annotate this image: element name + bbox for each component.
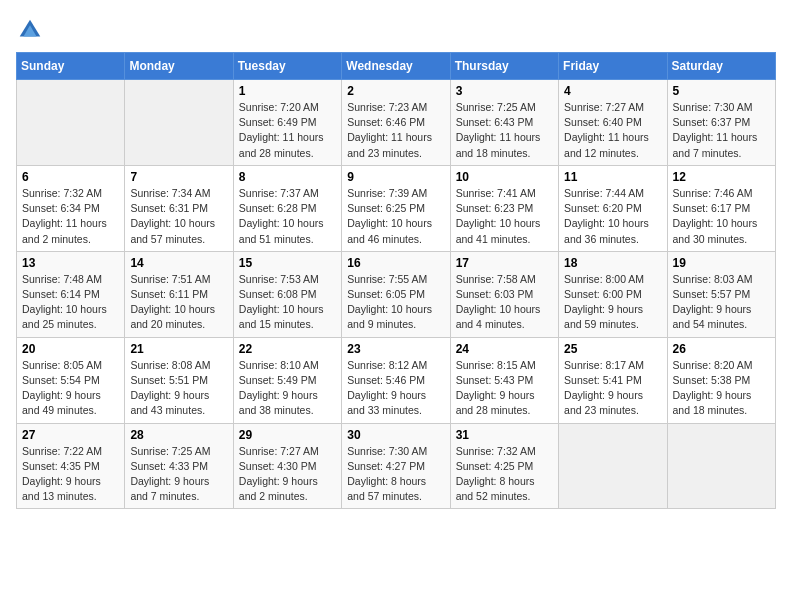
calendar-cell: 8Sunrise: 7:37 AM Sunset: 6:28 PM Daylig… xyxy=(233,165,341,251)
day-number: 16 xyxy=(347,256,444,270)
day-number: 11 xyxy=(564,170,661,184)
day-detail: Sunrise: 8:17 AM Sunset: 5:41 PM Dayligh… xyxy=(564,358,661,419)
day-number: 22 xyxy=(239,342,336,356)
day-number: 15 xyxy=(239,256,336,270)
day-detail: Sunrise: 7:27 AM Sunset: 6:40 PM Dayligh… xyxy=(564,100,661,161)
calendar-cell: 6Sunrise: 7:32 AM Sunset: 6:34 PM Daylig… xyxy=(17,165,125,251)
day-detail: Sunrise: 8:12 AM Sunset: 5:46 PM Dayligh… xyxy=(347,358,444,419)
day-detail: Sunrise: 7:34 AM Sunset: 6:31 PM Dayligh… xyxy=(130,186,227,247)
calendar-cell: 26Sunrise: 8:20 AM Sunset: 5:38 PM Dayli… xyxy=(667,337,775,423)
day-detail: Sunrise: 7:22 AM Sunset: 4:35 PM Dayligh… xyxy=(22,444,119,505)
day-number: 8 xyxy=(239,170,336,184)
day-number: 1 xyxy=(239,84,336,98)
day-number: 28 xyxy=(130,428,227,442)
day-detail: Sunrise: 7:53 AM Sunset: 6:08 PM Dayligh… xyxy=(239,272,336,333)
calendar-cell: 21Sunrise: 8:08 AM Sunset: 5:51 PM Dayli… xyxy=(125,337,233,423)
calendar-cell: 4Sunrise: 7:27 AM Sunset: 6:40 PM Daylig… xyxy=(559,80,667,166)
weekday-header-wednesday: Wednesday xyxy=(342,53,450,80)
day-detail: Sunrise: 8:05 AM Sunset: 5:54 PM Dayligh… xyxy=(22,358,119,419)
day-number: 17 xyxy=(456,256,553,270)
day-number: 24 xyxy=(456,342,553,356)
day-detail: Sunrise: 7:25 AM Sunset: 6:43 PM Dayligh… xyxy=(456,100,553,161)
day-detail: Sunrise: 7:39 AM Sunset: 6:25 PM Dayligh… xyxy=(347,186,444,247)
calendar-cell: 24Sunrise: 8:15 AM Sunset: 5:43 PM Dayli… xyxy=(450,337,558,423)
day-number: 30 xyxy=(347,428,444,442)
day-number: 10 xyxy=(456,170,553,184)
calendar-cell: 18Sunrise: 8:00 AM Sunset: 6:00 PM Dayli… xyxy=(559,251,667,337)
day-number: 7 xyxy=(130,170,227,184)
day-number: 23 xyxy=(347,342,444,356)
calendar-cell xyxy=(667,423,775,509)
day-number: 20 xyxy=(22,342,119,356)
calendar-cell: 22Sunrise: 8:10 AM Sunset: 5:49 PM Dayli… xyxy=(233,337,341,423)
calendar-cell: 19Sunrise: 8:03 AM Sunset: 5:57 PM Dayli… xyxy=(667,251,775,337)
calendar-cell: 28Sunrise: 7:25 AM Sunset: 4:33 PM Dayli… xyxy=(125,423,233,509)
day-detail: Sunrise: 7:25 AM Sunset: 4:33 PM Dayligh… xyxy=(130,444,227,505)
calendar-cell: 29Sunrise: 7:27 AM Sunset: 4:30 PM Dayli… xyxy=(233,423,341,509)
day-number: 5 xyxy=(673,84,770,98)
day-detail: Sunrise: 7:46 AM Sunset: 6:17 PM Dayligh… xyxy=(673,186,770,247)
day-detail: Sunrise: 7:58 AM Sunset: 6:03 PM Dayligh… xyxy=(456,272,553,333)
day-detail: Sunrise: 7:32 AM Sunset: 4:25 PM Dayligh… xyxy=(456,444,553,505)
day-number: 19 xyxy=(673,256,770,270)
calendar-cell: 1Sunrise: 7:20 AM Sunset: 6:49 PM Daylig… xyxy=(233,80,341,166)
calendar-cell: 31Sunrise: 7:32 AM Sunset: 4:25 PM Dayli… xyxy=(450,423,558,509)
day-detail: Sunrise: 8:10 AM Sunset: 5:49 PM Dayligh… xyxy=(239,358,336,419)
day-number: 2 xyxy=(347,84,444,98)
logo-icon xyxy=(16,16,44,44)
day-number: 18 xyxy=(564,256,661,270)
calendar-cell: 11Sunrise: 7:44 AM Sunset: 6:20 PM Dayli… xyxy=(559,165,667,251)
calendar-cell: 7Sunrise: 7:34 AM Sunset: 6:31 PM Daylig… xyxy=(125,165,233,251)
day-detail: Sunrise: 8:15 AM Sunset: 5:43 PM Dayligh… xyxy=(456,358,553,419)
day-number: 27 xyxy=(22,428,119,442)
day-detail: Sunrise: 8:03 AM Sunset: 5:57 PM Dayligh… xyxy=(673,272,770,333)
calendar-table: SundayMondayTuesdayWednesdayThursdayFrid… xyxy=(16,52,776,509)
day-detail: Sunrise: 7:27 AM Sunset: 4:30 PM Dayligh… xyxy=(239,444,336,505)
weekday-header-tuesday: Tuesday xyxy=(233,53,341,80)
calendar-cell: 9Sunrise: 7:39 AM Sunset: 6:25 PM Daylig… xyxy=(342,165,450,251)
day-detail: Sunrise: 8:20 AM Sunset: 5:38 PM Dayligh… xyxy=(673,358,770,419)
calendar-cell xyxy=(17,80,125,166)
calendar-cell: 30Sunrise: 7:30 AM Sunset: 4:27 PM Dayli… xyxy=(342,423,450,509)
day-number: 4 xyxy=(564,84,661,98)
calendar-cell: 15Sunrise: 7:53 AM Sunset: 6:08 PM Dayli… xyxy=(233,251,341,337)
day-detail: Sunrise: 7:41 AM Sunset: 6:23 PM Dayligh… xyxy=(456,186,553,247)
day-detail: Sunrise: 7:23 AM Sunset: 6:46 PM Dayligh… xyxy=(347,100,444,161)
page-header xyxy=(16,16,776,44)
calendar-cell: 12Sunrise: 7:46 AM Sunset: 6:17 PM Dayli… xyxy=(667,165,775,251)
day-detail: Sunrise: 7:20 AM Sunset: 6:49 PM Dayligh… xyxy=(239,100,336,161)
calendar-cell: 2Sunrise: 7:23 AM Sunset: 6:46 PM Daylig… xyxy=(342,80,450,166)
calendar-cell xyxy=(125,80,233,166)
calendar-cell: 27Sunrise: 7:22 AM Sunset: 4:35 PM Dayli… xyxy=(17,423,125,509)
day-number: 25 xyxy=(564,342,661,356)
day-detail: Sunrise: 7:55 AM Sunset: 6:05 PM Dayligh… xyxy=(347,272,444,333)
day-detail: Sunrise: 7:48 AM Sunset: 6:14 PM Dayligh… xyxy=(22,272,119,333)
day-number: 31 xyxy=(456,428,553,442)
weekday-header-thursday: Thursday xyxy=(450,53,558,80)
day-detail: Sunrise: 7:37 AM Sunset: 6:28 PM Dayligh… xyxy=(239,186,336,247)
logo xyxy=(16,16,48,44)
day-number: 13 xyxy=(22,256,119,270)
day-number: 14 xyxy=(130,256,227,270)
calendar-cell: 16Sunrise: 7:55 AM Sunset: 6:05 PM Dayli… xyxy=(342,251,450,337)
calendar-cell: 13Sunrise: 7:48 AM Sunset: 6:14 PM Dayli… xyxy=(17,251,125,337)
day-number: 12 xyxy=(673,170,770,184)
calendar-cell: 10Sunrise: 7:41 AM Sunset: 6:23 PM Dayli… xyxy=(450,165,558,251)
calendar-cell: 25Sunrise: 8:17 AM Sunset: 5:41 PM Dayli… xyxy=(559,337,667,423)
weekday-header-sunday: Sunday xyxy=(17,53,125,80)
day-detail: Sunrise: 7:30 AM Sunset: 4:27 PM Dayligh… xyxy=(347,444,444,505)
day-detail: Sunrise: 8:00 AM Sunset: 6:00 PM Dayligh… xyxy=(564,272,661,333)
weekday-header-monday: Monday xyxy=(125,53,233,80)
day-number: 26 xyxy=(673,342,770,356)
calendar-cell: 23Sunrise: 8:12 AM Sunset: 5:46 PM Dayli… xyxy=(342,337,450,423)
calendar-cell: 14Sunrise: 7:51 AM Sunset: 6:11 PM Dayli… xyxy=(125,251,233,337)
weekday-header-saturday: Saturday xyxy=(667,53,775,80)
calendar-cell: 5Sunrise: 7:30 AM Sunset: 6:37 PM Daylig… xyxy=(667,80,775,166)
day-detail: Sunrise: 7:44 AM Sunset: 6:20 PM Dayligh… xyxy=(564,186,661,247)
day-number: 6 xyxy=(22,170,119,184)
day-detail: Sunrise: 7:30 AM Sunset: 6:37 PM Dayligh… xyxy=(673,100,770,161)
calendar-cell xyxy=(559,423,667,509)
day-detail: Sunrise: 7:51 AM Sunset: 6:11 PM Dayligh… xyxy=(130,272,227,333)
day-number: 9 xyxy=(347,170,444,184)
day-number: 21 xyxy=(130,342,227,356)
